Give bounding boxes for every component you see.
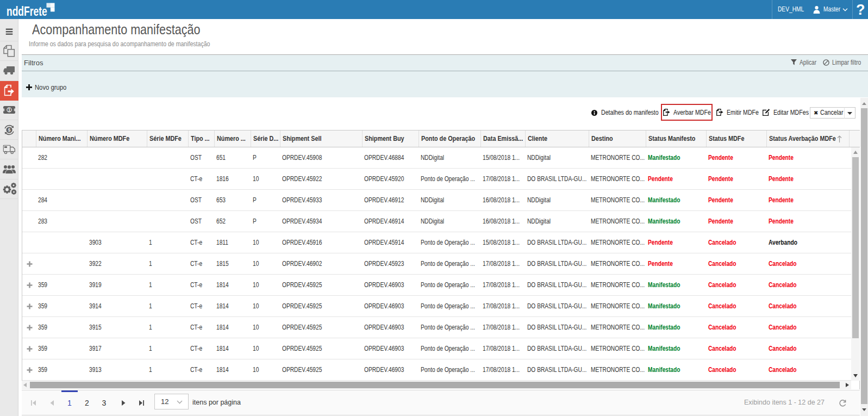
svg-text:1: 1 — [8, 108, 10, 113]
svg-text:$: $ — [8, 127, 10, 133]
